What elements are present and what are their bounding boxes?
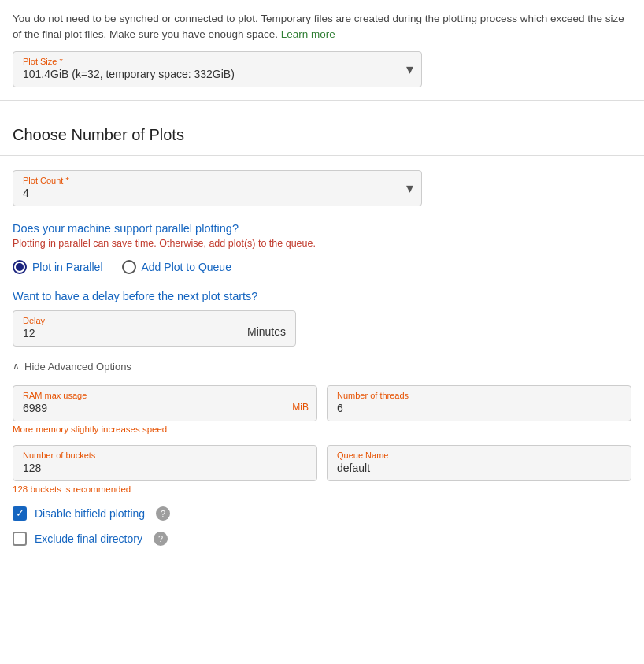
buckets-label: Number of buckets bbox=[23, 451, 307, 460]
plot-size-section: Plot Size * 101.4GiB (k=32, temporary sp… bbox=[0, 51, 644, 100]
chevron-up-icon: ∧ bbox=[13, 361, 20, 372]
plot-size-label: Plot Size * bbox=[23, 57, 412, 66]
checkbox-label-bitfield: Disable bitfield plotting bbox=[35, 507, 145, 520]
checkbox-row-bitfield: ✓ Disable bitfield plotting ? bbox=[13, 506, 631, 521]
radio-inner-parallel bbox=[16, 263, 24, 271]
delay-unit: Minutes bbox=[247, 325, 286, 339]
section-divider-1 bbox=[0, 100, 644, 101]
buckets-hint: 128 buckets is recommended bbox=[13, 484, 631, 494]
advanced-options-toggle[interactable]: ∧ Hide Advanced Options bbox=[13, 361, 631, 373]
mib-suffix: MiB bbox=[292, 402, 309, 413]
checkbox-label-exclude: Exclude final directory bbox=[35, 532, 142, 545]
learn-more-link[interactable]: Learn more bbox=[281, 28, 335, 40]
advanced-grid-row1: RAM max usage 6989 MiB Number of threads… bbox=[13, 385, 631, 421]
plot-count-chevron-icon: ▾ bbox=[406, 180, 413, 197]
threads-field[interactable]: Number of threads 6 bbox=[327, 385, 631, 421]
delay-question: Want to have a delay before the next plo… bbox=[13, 290, 631, 302]
ram-value: 6989 bbox=[23, 402, 307, 414]
threads-value: 6 bbox=[337, 402, 621, 414]
plot-size-dropdown[interactable]: Plot Size * 101.4GiB (k=32, temporary sp… bbox=[13, 51, 422, 87]
plot-count-value: 4 bbox=[23, 187, 412, 199]
radio-add-to-queue[interactable]: Add Plot to Queue bbox=[122, 260, 231, 274]
plot-size-value: 101.4GiB (k=32, temporary space: 332GiB) bbox=[23, 68, 412, 80]
section-divider-2 bbox=[0, 155, 644, 156]
buckets-value: 128 bbox=[23, 462, 307, 474]
radio-circle-parallel bbox=[13, 260, 27, 274]
parallel-question: Does your machine support parallel plott… bbox=[13, 222, 631, 235]
delay-left: Delay 12 bbox=[23, 316, 45, 339]
plot-size-chevron-icon: ▾ bbox=[406, 61, 413, 78]
radio-circle-queue bbox=[122, 260, 136, 274]
checkmark-bitfield: ✓ bbox=[16, 508, 24, 518]
delay-field[interactable]: Delay 12 Minutes bbox=[13, 310, 296, 347]
radio-plot-in-parallel[interactable]: Plot in Parallel bbox=[13, 260, 103, 274]
delay-label: Delay bbox=[23, 316, 45, 325]
radio-label-parallel: Plot in Parallel bbox=[32, 261, 103, 273]
ram-label: RAM max usage bbox=[23, 391, 307, 400]
ram-hint: More memory slightly increases speed bbox=[13, 425, 631, 434]
threads-label: Number of threads bbox=[337, 391, 621, 400]
queue-name-label: Queue Name bbox=[337, 451, 621, 460]
buckets-field[interactable]: Number of buckets 128 bbox=[13, 445, 317, 481]
queue-name-field[interactable]: Queue Name default bbox=[327, 445, 631, 481]
help-icon-bitfield[interactable]: ? bbox=[156, 506, 170, 521]
content-area: Plot Count * 4 ▾ Does your machine suppo… bbox=[0, 170, 644, 546]
radio-group: Plot in Parallel Add Plot to Queue bbox=[13, 260, 631, 274]
top-notice: You do not need to be synched or connect… bbox=[0, 0, 644, 51]
queue-name-value: default bbox=[337, 462, 621, 474]
plot-count-label: Plot Count * bbox=[23, 176, 412, 185]
parallel-subtitle: Plotting in parallel can save time. Othe… bbox=[13, 238, 631, 249]
radio-label-queue: Add Plot to Queue bbox=[142, 261, 231, 273]
advanced-toggle-label: Hide Advanced Options bbox=[24, 361, 131, 373]
ram-field[interactable]: RAM max usage 6989 MiB bbox=[13, 385, 317, 421]
section-title: Choose Number of Plots bbox=[0, 113, 644, 155]
checkbox-exclude[interactable] bbox=[13, 532, 27, 546]
help-icon-exclude[interactable]: ? bbox=[154, 532, 168, 546]
advanced-grid-row2: Number of buckets 128 Queue Name default bbox=[13, 445, 631, 481]
checkbox-bitfield[interactable]: ✓ bbox=[13, 506, 27, 521]
plot-count-dropdown[interactable]: Plot Count * 4 ▾ bbox=[13, 170, 422, 206]
checkbox-row-exclude: Exclude final directory ? bbox=[13, 532, 631, 546]
delay-value: 12 bbox=[23, 327, 45, 339]
